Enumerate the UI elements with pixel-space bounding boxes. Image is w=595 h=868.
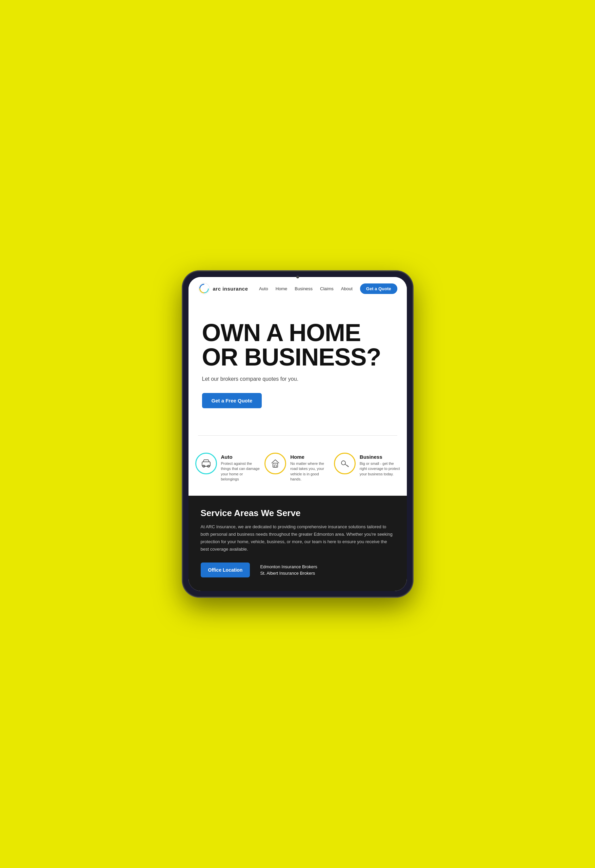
logo-area: arc insurance [198,282,248,295]
hero-section: OWN A HOME OR BUSINESS? Let our brokers … [189,300,407,422]
office-location-button[interactable]: Office Location [201,562,250,577]
service-card-auto: Auto Protect against the things that can… [195,453,261,482]
nav-link-business[interactable]: Business [295,286,313,291]
home-title: Home [290,454,331,460]
home-icon [270,458,281,469]
location-item-edmonton: Edmonton Insurance Brokers [260,564,317,569]
service-card-business: Business Big or small - get the right co… [334,453,400,482]
services-section: Auto Protect against the things that can… [189,449,407,496]
dark-section-title: Service Areas We Serve [201,508,395,518]
business-icon-wrap [334,453,356,474]
nav-links: Auto Home Business Claims About Get a Qu… [259,283,397,294]
home-info: Home No matter where the road takes you,… [290,453,331,482]
auto-icon-wrap [195,453,217,474]
get-quote-nav-button[interactable]: Get a Quote [360,283,397,294]
get-free-quote-button[interactable]: Get a Free Quote [202,393,262,408]
auto-icon [201,458,211,469]
home-icon-wrap [264,453,286,474]
business-title: Business [360,454,400,460]
nav-link-claims[interactable]: Claims [320,286,334,291]
nav-link-home[interactable]: Home [276,286,288,291]
business-desc: Big or small - get the right coverage to… [360,461,400,477]
hero-subtitle: Let our brokers compare quotes for you. [202,376,393,382]
svg-rect-9 [274,465,276,467]
screen: arc insurance Auto Home Business Claims … [189,277,407,591]
auto-desc: Protect against the things that can dama… [221,461,261,482]
auto-title: Auto [221,454,261,460]
business-info: Business Big or small - get the right co… [360,453,400,477]
logo-icon [198,282,210,295]
home-desc: No matter where the road takes you, your… [290,461,331,482]
navbar: arc insurance Auto Home Business Claims … [189,277,407,300]
nav-link-about[interactable]: About [341,286,353,291]
dark-section: Service Areas We Serve At ARC Insurance,… [189,496,407,591]
key-icon [340,458,350,469]
hero-title: OWN A HOME OR BUSINESS? [202,320,393,369]
auto-info: Auto Protect against the things that can… [221,453,261,482]
device-frame: arc insurance Auto Home Business Claims … [182,271,413,597]
nav-link-auto[interactable]: Auto [259,286,268,291]
location-item-st-albert: St. Albert Insurance Brokers [260,571,317,576]
logo-text: arc insurance [213,286,248,292]
dark-section-bottom: Office Location Edmonton Insurance Broke… [201,562,395,577]
service-card-home: Home No matter where the road takes you,… [264,453,331,482]
location-list: Edmonton Insurance Brokers St. Albert In… [260,564,317,576]
dark-section-body: At ARC Insurance, we are dedicated to pr… [201,523,395,553]
section-divider [198,435,397,436]
svg-rect-8 [273,463,278,467]
